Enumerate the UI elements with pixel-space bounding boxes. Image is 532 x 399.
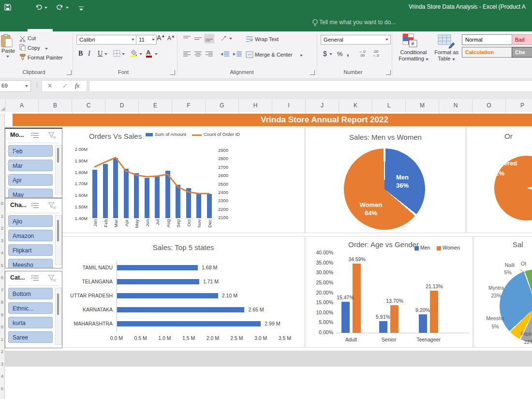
conditional-formatting-button[interactable]: Conditional — [394, 49, 433, 55]
column-header-F[interactable]: F — [172, 99, 206, 112]
formula-input[interactable] — [89, 80, 532, 92]
align-center-icon[interactable] — [194, 51, 202, 59]
clear-filter-icon[interactable] — [48, 132, 56, 141]
align-right-icon[interactable] — [205, 51, 213, 59]
paste-dropdown-icon[interactable] — [6, 56, 9, 58]
increase-decimal-button[interactable]: ←.0.00 — [359, 50, 366, 58]
fill-color-dropdown-icon[interactable] — [139, 53, 142, 55]
row-header[interactable]: 8 — [0, 299, 3, 305]
slicer-channel[interactable]: Cha...AjioAmazonFlipkartMeesho — [5, 198, 62, 268]
column-header-M[interactable]: M — [406, 99, 439, 112]
alignment-dialog-launcher-icon[interactable] — [310, 70, 315, 75]
slicer-item-bottom[interactable]: Bottom — [8, 288, 53, 299]
orientation-icon[interactable] — [220, 34, 228, 44]
column-header-J[interactable]: J — [306, 99, 339, 112]
column-header-P[interactable]: P — [506, 99, 532, 112]
row-header[interactable]: 6 — [0, 275, 3, 280]
spreadsheet-area[interactable]: Vrinda Store Annual Report 2022 01234567… — [0, 112, 532, 399]
chart-orders-vs-sales[interactable]: Orders Vs Sales Sum of Amount Count of O… — [62, 127, 305, 233]
chart-men-vs-women[interactable]: Sales: Men vs Women Men 36% Women 64% — [305, 127, 466, 233]
column-header-L[interactable]: L — [372, 99, 406, 112]
slicer-item-feb[interactable]: Feb — [8, 145, 53, 157]
customize-quick-access-icon[interactable] — [78, 5, 84, 14]
font-family-select[interactable]: Calibri — [76, 35, 137, 44]
column-header-I[interactable]: I — [272, 99, 306, 112]
shrink-font-button[interactable]: A▼ — [167, 35, 175, 42]
column-header-N[interactable]: N — [439, 99, 473, 112]
row-header[interactable]: 0 — [0, 324, 3, 329]
cell-style-check-cell[interactable]: Che — [512, 47, 532, 58]
format-painter-button[interactable]: Format Painter — [28, 55, 63, 60]
multi-select-icon[interactable] — [30, 275, 39, 283]
multi-select-icon[interactable] — [30, 202, 39, 211]
copy-button[interactable]: Copy — [28, 45, 40, 51]
align-left-icon[interactable] — [183, 51, 191, 59]
column-header-K[interactable]: K — [339, 99, 372, 112]
row-header[interactable]: 1 — [0, 213, 3, 219]
clear-filter-icon[interactable] — [48, 275, 56, 284]
slicer-item-may[interactable]: May — [8, 189, 53, 198]
slicer-item-ajio[interactable]: Ajio — [8, 215, 53, 227]
grow-font-button[interactable]: A▲ — [157, 34, 165, 42]
orientation-dropdown-icon[interactable] — [229, 38, 232, 40]
cell-style-normal[interactable]: Normal — [462, 34, 512, 45]
column-header-G[interactable]: G — [206, 99, 239, 112]
slicer-item-apr[interactable]: Apr — [8, 174, 53, 186]
cancel-icon[interactable]: × — [48, 82, 52, 89]
slicer-item-mar[interactable]: Mar — [8, 160, 53, 171]
scrollbar-thumb[interactable] — [57, 220, 59, 241]
cut-button[interactable]: Cut — [28, 35, 36, 41]
align-top-icon[interactable] — [183, 35, 191, 44]
row-header[interactable]: 7 — [0, 287, 3, 293]
chart-age-vs-gender[interactable]: Order: Age vs Gender Men Women 40.00%35.… — [306, 236, 473, 348]
row-header[interactable]: 9 — [0, 312, 3, 317]
clipboard-dialog-launcher-icon[interactable] — [67, 70, 72, 75]
row-header[interactable]: 2 — [0, 349, 3, 354]
format-as-table-icon[interactable] — [438, 33, 455, 51]
fill-color-icon[interactable] — [130, 49, 137, 59]
cell-style-calculation[interactable]: Calculation — [462, 47, 512, 58]
slicer-category[interactable]: Cat...BottomEthnic...kurtaSaree — [5, 271, 62, 348]
underline-button[interactable]: U — [98, 50, 103, 58]
row-header[interactable]: 5 — [0, 386, 3, 391]
font-color-icon[interactable]: A — [146, 49, 150, 56]
row-header[interactable]: 1 — [0, 337, 3, 342]
number-format-select[interactable]: General — [321, 35, 391, 44]
copy-dropdown-icon[interactable] — [45, 48, 48, 50]
slicer-item-ethnic[interactable]: Ethnic... — [8, 302, 53, 314]
wrap-text-icon[interactable] — [246, 36, 253, 44]
format-as-table-button[interactable]: Format as — [428, 49, 465, 55]
undo-dropdown-icon[interactable] — [44, 7, 47, 9]
column-header-C[interactable]: C — [72, 99, 105, 112]
merge-center-icon[interactable] — [246, 51, 253, 60]
enter-icon[interactable]: ✓ — [62, 82, 68, 89]
scrollbar-thumb[interactable] — [57, 148, 59, 163]
column-header-O[interactable]: O — [473, 99, 506, 112]
slicer-item-amazon[interactable]: Amazon — [8, 230, 53, 241]
column-header-B[interactable]: B — [39, 99, 72, 112]
row-header[interactable]: 3 — [0, 238, 3, 243]
name-box[interactable]: 69 — [0, 80, 31, 92]
save-icon[interactable] — [4, 3, 12, 13]
column-header-E[interactable]: E — [139, 99, 172, 112]
increase-indent-icon[interactable] — [233, 51, 242, 59]
scrollbar-thumb[interactable] — [57, 294, 59, 315]
comma-format-button[interactable]: , — [347, 49, 349, 58]
chart-top5-states[interactable]: Sales: Top 5 states TAMIL NADU1.68 MTELA… — [62, 236, 305, 348]
row-header[interactable]: 5 — [0, 263, 3, 268]
row-header[interactable]: 2 — [0, 225, 3, 231]
clear-filter-icon[interactable] — [48, 202, 56, 211]
slicer-item-flipkart[interactable]: Flipkart — [8, 244, 53, 256]
bold-button[interactable]: B — [78, 50, 83, 58]
column-header-D[interactable]: D — [105, 99, 139, 112]
italic-button[interactable]: I — [88, 50, 90, 58]
copy-icon[interactable] — [19, 44, 26, 53]
decrease-indent-icon[interactable] — [220, 51, 230, 59]
slicer-item-kurta[interactable]: kurta — [8, 317, 53, 328]
decrease-decimal-button[interactable]: .00→.0 — [372, 50, 379, 58]
tell-me-box[interactable]: Tell me what you want to do... — [319, 19, 396, 26]
slicer-item-saree[interactable]: Saree — [8, 331, 53, 343]
format-painter-icon[interactable] — [19, 54, 26, 62]
borders-dropdown-icon[interactable] — [122, 53, 125, 55]
merge-center-dropdown-icon[interactable] — [300, 55, 303, 57]
